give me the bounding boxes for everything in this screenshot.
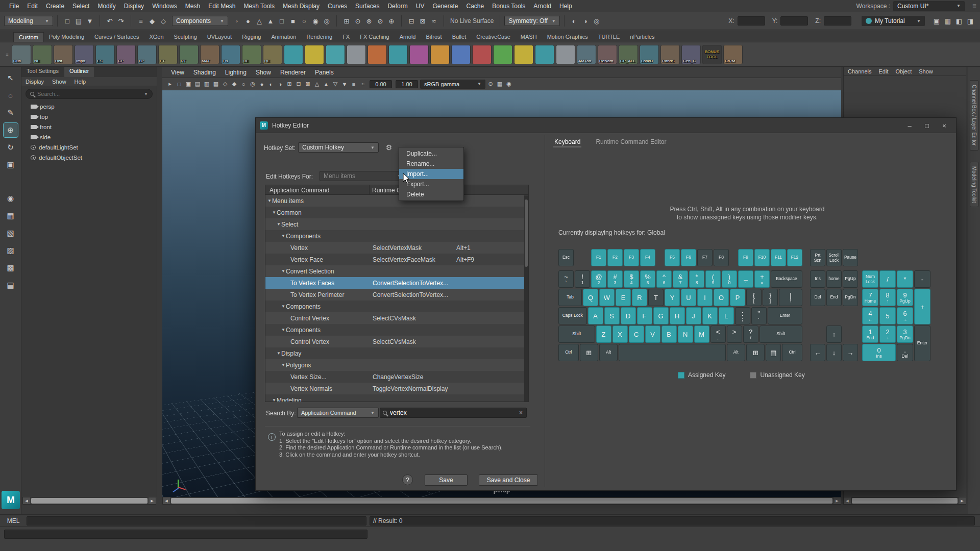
redo-icon[interactable]: ↷ xyxy=(115,15,127,27)
keyboard-key[interactable]: Ctrl xyxy=(782,344,802,361)
shelf-item[interactable]: Cen_C xyxy=(681,45,701,64)
lasso-tool-icon[interactable]: ◌ xyxy=(4,88,18,103)
dialog-tab[interactable]: Keyboard xyxy=(553,137,581,147)
rig-controls-icon[interactable]: ◉ xyxy=(4,191,18,206)
close-button[interactable]: × xyxy=(936,118,953,133)
keyboard-key[interactable]: home xyxy=(826,270,842,288)
keyboard-key[interactable]: }] xyxy=(763,289,778,306)
keyboard-key[interactable]: !1 xyxy=(575,270,590,288)
shelf-item[interactable] xyxy=(409,45,429,64)
shelf-item[interactable]: AMToo xyxy=(577,45,596,64)
render-icon[interactable]: ◐ xyxy=(569,15,580,27)
keyboard-key[interactable]: F8 xyxy=(714,249,729,266)
viewport-toolbar-icon[interactable]: ◑ xyxy=(276,80,285,89)
minimize-button[interactable]: – xyxy=(901,118,918,133)
shelf-item[interactable] xyxy=(326,45,345,64)
context-menu-item[interactable]: Rename... xyxy=(399,159,463,169)
keyboard-key[interactable]: - xyxy=(914,270,930,288)
sidebar-vertical-tab[interactable]: Channel Box / Layer Editor xyxy=(970,80,978,151)
keyboard-key[interactable]: A xyxy=(588,307,603,324)
viewport-toolbar-icon[interactable]: ≡ xyxy=(349,80,358,89)
open-scene-icon[interactable]: ▤ xyxy=(73,15,84,27)
shelf-tab[interactable]: nParticles xyxy=(625,32,659,42)
expand-triangle-icon[interactable]: ▼ xyxy=(277,222,281,227)
input-connections-icon[interactable]: ⊟ xyxy=(406,15,417,27)
keyboard-key[interactable]: Pause xyxy=(843,249,858,266)
keyboard-key[interactable]: Y xyxy=(665,289,680,306)
select-tool-icon[interactable]: ↖ xyxy=(4,71,18,85)
selection-mask-icon[interactable]: ◉ xyxy=(310,15,321,27)
keyboard-key[interactable]: F1 xyxy=(591,249,606,266)
table-vscrollbar[interactable] xyxy=(524,195,528,402)
three-pane-layout-icon[interactable]: ◨ xyxy=(965,15,976,27)
outliner-item[interactable]: side xyxy=(21,132,157,142)
viewport-menu-item[interactable]: View xyxy=(167,69,188,76)
keyboard-key[interactable]: Shift xyxy=(558,325,595,343)
single-pane-layout-icon[interactable]: ▣ xyxy=(931,15,942,27)
keyboard-key[interactable]: 8↑ xyxy=(879,289,896,306)
outliner-menu-item[interactable]: Help xyxy=(75,79,86,85)
scroll-left-icon[interactable]: ◀ xyxy=(23,497,30,504)
keyboard-key[interactable]: F5 xyxy=(665,249,680,266)
edit-hotkeys-for-select[interactable]: Menu items▼ xyxy=(320,171,405,181)
hotkey-row[interactable]: ▼ Common xyxy=(265,207,528,218)
hotkey-row[interactable]: ▼ Display xyxy=(265,347,528,359)
viewport-toolbar-icon[interactable]: ▥ xyxy=(202,80,211,89)
viewport-menu-item[interactable]: Panels xyxy=(311,69,337,76)
keyboard-key[interactable]: += xyxy=(754,270,770,288)
keyboard-key[interactable]: 4← xyxy=(862,307,878,324)
shelf-item[interactable] xyxy=(451,45,471,64)
keyboard-key[interactable]: Backspace xyxy=(771,270,802,288)
keyboard-key[interactable]: ~` xyxy=(558,270,574,288)
keyboard-key[interactable]: ScrollLock xyxy=(826,249,842,266)
hotkey-row[interactable]: ▼ Components xyxy=(265,300,528,312)
four-pane-layout-icon[interactable]: ▦ xyxy=(942,15,953,27)
new-scene-icon[interactable]: □ xyxy=(62,15,73,27)
scroll-left-icon[interactable]: ◀ xyxy=(163,497,170,504)
viewport-toolbar-icon[interactable]: ⊠ xyxy=(303,80,312,89)
selection-mode-select[interactable]: Components▼ xyxy=(172,16,228,26)
viewport-toolbar-icon[interactable]: ▼ xyxy=(340,80,349,89)
keyboard-key[interactable]: Enter xyxy=(914,325,930,361)
keyboard-key[interactable]: ⊞ xyxy=(746,344,765,361)
keyboard-key[interactable]: ^6 xyxy=(656,270,672,288)
keyboard-key[interactable]: (9 xyxy=(705,270,721,288)
viewport-toolbar-icon[interactable]: ▦ xyxy=(495,80,504,89)
shelf-item[interactable] xyxy=(535,45,554,64)
command-language-toggle[interactable]: MEL xyxy=(0,517,27,524)
expand-triangle-icon[interactable]: ▼ xyxy=(281,269,286,273)
shelf-tab[interactable]: Animation xyxy=(266,32,301,42)
sidebar-vertical-tab[interactable]: Modeling Toolkit xyxy=(970,162,978,208)
save-and-close-button[interactable]: Save and Close xyxy=(479,474,538,486)
keyboard-key[interactable]: #3 xyxy=(607,270,623,288)
z-input[interactable] xyxy=(824,16,851,26)
channel-box-hscrollbar[interactable]: ◀ ▶ xyxy=(843,497,966,505)
hotkey-table-header[interactable]: Application Command Runtime Command xyxy=(265,185,529,195)
viewport-hscrollbar[interactable]: ◀ ▶ xyxy=(162,497,841,505)
hotkey-row[interactable]: ▼ Menu items xyxy=(265,195,528,207)
hotkey-row[interactable]: ▼ Vertex Normals ToggleVertexNormalDispl… xyxy=(265,383,528,394)
hotkey-row[interactable]: ▼ Select xyxy=(265,218,528,230)
viewport-toolbar-icon[interactable]: ○ xyxy=(239,80,248,89)
outliner-search[interactable]: ▼ xyxy=(26,89,153,99)
shelf-tab[interactable]: CreativeCase xyxy=(471,32,516,42)
outliner-menu-item[interactable]: Display xyxy=(26,79,44,85)
scroll-thumb[interactable] xyxy=(852,498,958,504)
shelf-item[interactable]: HE xyxy=(263,45,282,64)
menu-item[interactable]: Windows xyxy=(148,3,181,10)
shelf-tab[interactable]: UVLayout xyxy=(202,32,237,42)
y-input[interactable] xyxy=(780,16,808,26)
keyboard-key[interactable]: Shift xyxy=(760,325,802,343)
keyboard-key[interactable] xyxy=(619,344,725,361)
keyboard-key[interactable]: ?/ xyxy=(743,325,758,343)
make-live-icon[interactable]: ⊕ xyxy=(386,15,397,27)
menu-item[interactable]: Mesh Tools xyxy=(240,3,279,10)
selection-mask-icon[interactable]: ● xyxy=(242,15,254,27)
scroll-thumb[interactable] xyxy=(31,498,148,504)
viewport-toolbar-icon[interactable]: ◐ xyxy=(266,80,276,89)
expand-triangle-icon[interactable]: ▼ xyxy=(281,328,286,332)
keyboard-key[interactable]: Ctrl xyxy=(558,344,579,361)
viewport-toolbar-icon[interactable]: ⊙ xyxy=(486,80,495,89)
menu-item[interactable]: Mesh xyxy=(181,3,204,10)
menu-item[interactable]: Edit Mesh xyxy=(204,3,239,10)
